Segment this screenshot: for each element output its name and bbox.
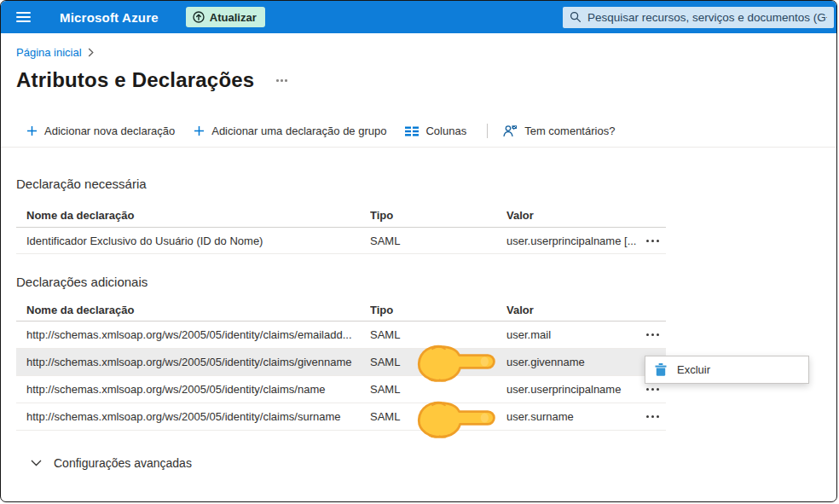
update-button-label: Atualizar xyxy=(210,11,257,24)
claim-value: user.userprincipalname [... xyxy=(506,235,639,247)
top-bar: Microsoft Azure Atualizar xyxy=(1,1,836,33)
table-header: Nome da declaração Tipo Valor xyxy=(16,203,666,228)
required-claims-section-title: Declaração necessária xyxy=(16,177,836,191)
claim-name: http://schemas.xmlsoap.org/ws/2005/05/id… xyxy=(26,410,370,423)
search-input[interactable] xyxy=(587,11,827,24)
claim-value: user.userprincipalname xyxy=(506,383,639,396)
global-search[interactable] xyxy=(563,7,834,28)
feedback-button[interactable]: Tem comentários? xyxy=(503,125,615,137)
row-more-menu-icon[interactable] xyxy=(639,412,666,421)
table-row[interactable]: Identificador Exclusivo do Usuário (ID d… xyxy=(16,228,666,254)
toolbar-separator xyxy=(487,124,488,138)
page-title: Atributos e Declarações xyxy=(16,67,254,93)
table-row-surname[interactable]: http://schemas.xmlsoap.org/ws/2005/05/id… xyxy=(16,403,666,431)
plus-icon xyxy=(26,125,38,136)
search-icon xyxy=(570,11,582,23)
page-title-more-icon[interactable] xyxy=(276,79,287,82)
claim-value: user.givenname xyxy=(506,356,639,368)
table-row-name[interactable]: http://schemas.xmlsoap.org/ws/2005/05/id… xyxy=(16,376,666,403)
claim-value: user.surname xyxy=(506,410,639,423)
claim-name: http://schemas.xmlsoap.org/ws/2005/05/id… xyxy=(26,383,370,396)
azure-portal-window: Microsoft Azure Atualizar Página inicial… xyxy=(0,0,837,502)
column-header-type: Tipo xyxy=(370,209,506,222)
feedback-label: Tem comentários? xyxy=(524,125,615,137)
table-row-givenname[interactable]: http://schemas.xmlsoap.org/ws/2005/05/id… xyxy=(16,349,666,376)
claim-name: http://schemas.xmlsoap.org/ws/2005/05/id… xyxy=(26,328,370,341)
add-claim-label: Adicionar nova declaração xyxy=(44,125,175,137)
trash-icon xyxy=(655,363,667,376)
add-claim-button[interactable]: Adicionar nova declaração xyxy=(26,125,175,137)
chevron-down-icon xyxy=(31,460,42,466)
column-header-name: Nome da declaração xyxy=(26,209,370,222)
row-more-menu-icon[interactable] xyxy=(639,236,666,246)
delete-menu-item[interactable]: Excluir xyxy=(645,356,808,383)
row-more-menu-icon[interactable] xyxy=(639,330,666,339)
column-header-value: Valor xyxy=(506,209,639,222)
claim-name: http://schemas.xmlsoap.org/ws/2005/05/id… xyxy=(26,356,370,368)
breadcrumb-home-link[interactable]: Página inicial xyxy=(16,46,82,59)
row-context-menu: Excluir xyxy=(645,356,809,384)
table-row-emailaddress[interactable]: http://schemas.xmlsoap.org/ws/2005/05/id… xyxy=(16,322,666,349)
additional-claims-table: Nome da declaração Tipo Valor http://sch… xyxy=(16,299,666,431)
claim-type: SAML xyxy=(370,410,506,423)
claim-type: SAML xyxy=(370,328,506,341)
claim-type: SAML xyxy=(370,383,506,396)
breadcrumb: Página inicial xyxy=(16,46,836,59)
claim-value: user.mail xyxy=(506,328,639,341)
update-button[interactable]: Atualizar xyxy=(186,7,265,27)
brand-title: Microsoft Azure xyxy=(60,10,159,25)
command-bar: Adicionar nova declaração Adicionar uma … xyxy=(1,120,836,148)
column-header-value: Valor xyxy=(506,304,639,316)
chevron-right-icon xyxy=(88,48,94,57)
plus-icon xyxy=(194,125,205,136)
row-more-menu-icon[interactable] xyxy=(639,385,666,394)
columns-label: Colunas xyxy=(425,125,466,137)
delete-menu-item-label: Excluir xyxy=(677,363,710,376)
table-header: Nome da declaração Tipo Valor xyxy=(16,299,666,322)
feedback-person-icon xyxy=(503,125,518,137)
columns-icon xyxy=(405,126,419,136)
additional-claims-section-title: Declarações adicionais xyxy=(16,275,836,289)
required-claims-table: Nome da declaração Tipo Valor Identifica… xyxy=(16,203,666,254)
add-group-claim-button[interactable]: Adicionar uma declaração de grupo xyxy=(194,125,386,137)
page-content: Página inicial Atributos e Declarações A… xyxy=(1,46,836,470)
column-header-type: Tipo xyxy=(370,304,506,316)
claim-type: SAML xyxy=(370,356,506,368)
claim-type: SAML xyxy=(370,235,506,247)
add-group-claim-label: Adicionar uma declaração de grupo xyxy=(211,125,386,137)
arrow-up-circle-icon xyxy=(193,11,205,23)
advanced-settings-label: Configurações avançadas xyxy=(54,456,192,470)
columns-button[interactable]: Colunas xyxy=(405,125,466,137)
column-header-name: Nome da declaração xyxy=(26,304,370,316)
advanced-settings-toggle[interactable]: Configurações avançadas xyxy=(31,456,836,470)
hamburger-menu-icon[interactable] xyxy=(16,12,31,22)
claim-name: Identificador Exclusivo do Usuário (ID d… xyxy=(26,235,370,247)
